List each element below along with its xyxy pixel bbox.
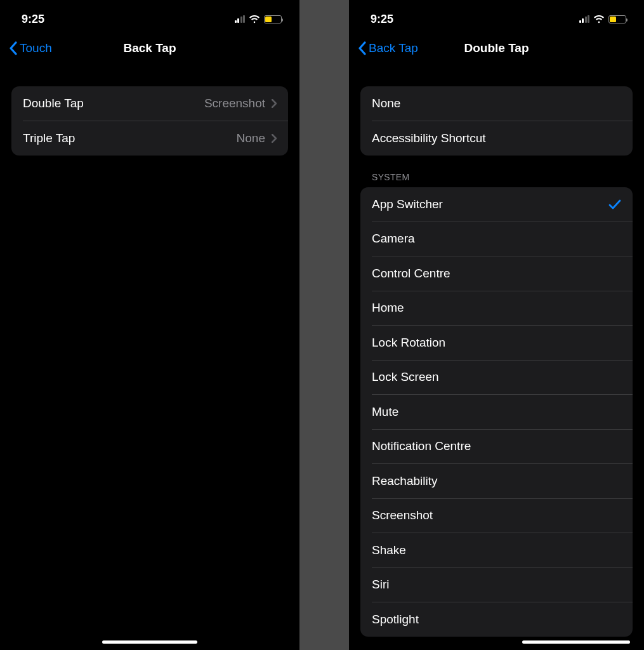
status-icons (579, 15, 627, 23)
row-label: Home (372, 301, 404, 315)
cellular-icon (235, 15, 246, 23)
row-label: Reachability (372, 474, 438, 488)
row-accessibility-shortcut[interactable]: Accessibility Shortcut (360, 121, 633, 156)
phone-right: 9:25 Back Tap Double Tap None Accessibil… (349, 0, 644, 650)
row-label: Lock Rotation (372, 336, 445, 350)
page-title: Back Tap (123, 41, 176, 55)
row-none[interactable]: None (360, 86, 633, 121)
row-screenshot[interactable]: Screenshot (360, 498, 633, 533)
status-time: 9:25 (22, 13, 44, 26)
checkmark-icon (608, 199, 621, 210)
row-siri[interactable]: Siri (360, 567, 633, 602)
battery-icon (608, 15, 626, 23)
row-control-centre[interactable]: Control Centre (360, 256, 633, 291)
row-label: None (372, 96, 400, 110)
nav-header: Touch Back Tap (0, 33, 299, 63)
row-label: Spotlight (372, 613, 419, 627)
row-label: Siri (372, 578, 389, 592)
status-bar: 9:25 (0, 0, 299, 33)
status-time: 9:25 (371, 13, 393, 26)
row-camera[interactable]: Camera (360, 222, 633, 256)
row-app-switcher[interactable]: App Switcher (360, 187, 633, 222)
row-mute[interactable]: Mute (360, 395, 633, 429)
home-indicator[interactable] (522, 640, 630, 644)
row-label: App Switcher (372, 197, 443, 211)
chevron-left-icon (358, 41, 366, 55)
back-button[interactable]: Touch (9, 41, 52, 55)
cellular-icon (579, 15, 590, 23)
phone-left: 9:25 Touch Back Tap Double Tap Screensho… (0, 0, 299, 650)
double-tap-system-group: App Switcher Camera Control Centre Home … (360, 187, 633, 637)
nav-header: Back Tap Double Tap (349, 33, 644, 63)
row-label: Mute (372, 405, 398, 419)
row-notification-centre[interactable]: Notification Centre (360, 429, 633, 463)
row-lock-screen[interactable]: Lock Screen (360, 360, 633, 394)
back-label: Touch (20, 41, 52, 55)
wifi-icon (249, 15, 260, 23)
row-triple-tap[interactable]: Triple Tap None (11, 121, 288, 156)
status-bar: 9:25 (349, 0, 644, 33)
row-label: Shake (372, 543, 406, 557)
battery-icon (264, 15, 282, 23)
row-label: Triple Tap (23, 131, 75, 145)
system-header: SYSTEM (372, 172, 633, 182)
chevron-left-icon (9, 41, 17, 55)
row-label: Camera (372, 232, 415, 246)
back-label: Back Tap (369, 41, 418, 55)
double-tap-group-1: None Accessibility Shortcut (360, 86, 633, 156)
row-spotlight[interactable]: Spotlight (360, 602, 633, 637)
row-label: Notification Centre (372, 439, 471, 453)
row-reachability[interactable]: Reachability (360, 464, 633, 498)
back-button[interactable]: Back Tap (358, 41, 418, 55)
back-tap-group: Double Tap Screenshot Triple Tap None (11, 86, 288, 156)
row-label: Screenshot (372, 508, 433, 522)
row-value: Screenshot (204, 96, 265, 110)
row-lock-rotation[interactable]: Lock Rotation (360, 326, 633, 360)
row-label: Double Tap (23, 96, 84, 110)
page-title: Double Tap (464, 41, 529, 55)
chevron-right-icon (272, 134, 277, 143)
home-indicator[interactable] (102, 640, 197, 644)
row-shake[interactable]: Shake (360, 533, 633, 567)
row-double-tap[interactable]: Double Tap Screenshot (11, 86, 288, 121)
row-label: Accessibility Shortcut (372, 131, 486, 145)
status-icons (235, 15, 282, 23)
row-label: Lock Screen (372, 370, 439, 384)
row-home[interactable]: Home (360, 291, 633, 325)
chevron-right-icon (272, 99, 277, 108)
row-label: Control Centre (372, 267, 450, 281)
row-value: None (237, 131, 265, 145)
wifi-icon (593, 15, 605, 23)
